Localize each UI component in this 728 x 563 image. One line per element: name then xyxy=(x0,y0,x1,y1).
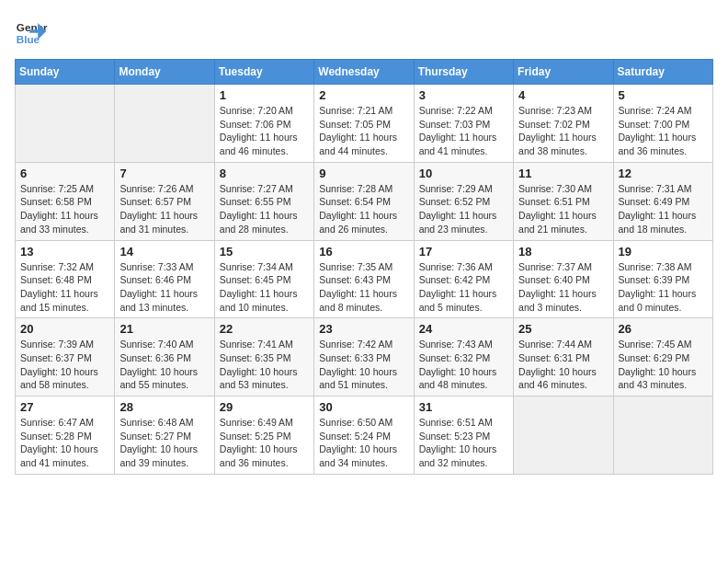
day-info: Sunrise: 7:40 AMSunset: 6:36 PMDaylight:… xyxy=(119,338,209,392)
day-info: Sunrise: 7:28 AMSunset: 6:54 PMDaylight:… xyxy=(319,182,408,236)
day-number: 8 xyxy=(220,167,309,180)
calendar-cell xyxy=(514,396,613,475)
calendar-cell: 12Sunrise: 7:31 AMSunset: 6:49 PMDayligh… xyxy=(613,162,712,240)
logo-icon: General Blue xyxy=(15,15,48,48)
day-info: Sunrise: 7:32 AMSunset: 6:48 PMDaylight:… xyxy=(20,260,109,315)
weekday-header-row: SundayMondayTuesdayWednesdayThursdayFrid… xyxy=(16,60,713,85)
day-number: 24 xyxy=(419,322,508,336)
day-info: Sunrise: 7:37 AMSunset: 6:40 PMDaylight:… xyxy=(518,260,608,315)
day-info: Sunrise: 7:38 AMSunset: 6:39 PMDaylight:… xyxy=(619,260,708,315)
calendar-cell: 30Sunrise: 6:50 AMSunset: 5:24 PMDayligh… xyxy=(314,396,414,475)
day-info: Sunrise: 7:21 AMSunset: 7:05 PMDaylight:… xyxy=(319,104,408,158)
calendar-week-row: 6Sunrise: 7:25 AMSunset: 6:58 PMDaylight… xyxy=(16,162,713,240)
day-number: 16 xyxy=(319,245,408,259)
calendar-cell: 23Sunrise: 7:42 AMSunset: 6:33 PMDayligh… xyxy=(314,318,414,396)
day-number: 1 xyxy=(220,88,309,102)
day-info: Sunrise: 7:26 AMSunset: 6:57 PMDaylight:… xyxy=(119,182,209,236)
calendar-cell: 25Sunrise: 7:44 AMSunset: 6:31 PMDayligh… xyxy=(514,318,613,396)
calendar-cell: 31Sunrise: 6:51 AMSunset: 5:23 PMDayligh… xyxy=(414,396,513,475)
page-header: General Blue xyxy=(15,15,713,48)
calendar-cell: 3Sunrise: 7:22 AMSunset: 7:03 PMDaylight… xyxy=(414,85,513,163)
calendar-cell: 24Sunrise: 7:43 AMSunset: 6:32 PMDayligh… xyxy=(414,318,513,396)
calendar-week-row: 20Sunrise: 7:39 AMSunset: 6:37 PMDayligh… xyxy=(16,318,713,396)
calendar-week-row: 1Sunrise: 7:20 AMSunset: 7:06 PMDaylight… xyxy=(16,85,713,163)
calendar-cell: 7Sunrise: 7:26 AMSunset: 6:57 PMDaylight… xyxy=(115,162,214,240)
calendar-cell: 4Sunrise: 7:23 AMSunset: 7:02 PMDaylight… xyxy=(514,85,613,163)
day-number: 21 xyxy=(119,322,209,336)
calendar-cell: 29Sunrise: 6:49 AMSunset: 5:25 PMDayligh… xyxy=(214,396,313,475)
day-number: 15 xyxy=(220,245,309,259)
day-info: Sunrise: 6:51 AMSunset: 5:23 PMDaylight:… xyxy=(419,416,508,470)
day-info: Sunrise: 6:48 AMSunset: 5:27 PMDaylight:… xyxy=(119,416,209,470)
calendar-cell: 1Sunrise: 7:20 AMSunset: 7:06 PMDaylight… xyxy=(214,85,313,163)
day-number: 2 xyxy=(319,88,408,102)
calendar-cell: 16Sunrise: 7:35 AMSunset: 6:43 PMDayligh… xyxy=(314,240,414,318)
calendar-cell: 2Sunrise: 7:21 AMSunset: 7:05 PMDaylight… xyxy=(314,85,414,163)
calendar-cell: 5Sunrise: 7:24 AMSunset: 7:00 PMDaylight… xyxy=(613,85,712,163)
day-number: 13 xyxy=(20,245,109,259)
day-number: 5 xyxy=(619,88,708,102)
day-info: Sunrise: 7:31 AMSunset: 6:49 PMDaylight:… xyxy=(619,182,708,236)
day-info: Sunrise: 7:24 AMSunset: 7:00 PMDaylight:… xyxy=(619,104,708,158)
day-number: 25 xyxy=(518,322,608,336)
day-info: Sunrise: 6:50 AMSunset: 5:24 PMDaylight:… xyxy=(319,416,408,470)
calendar-week-row: 27Sunrise: 6:47 AMSunset: 5:28 PMDayligh… xyxy=(16,396,713,475)
calendar-cell: 15Sunrise: 7:34 AMSunset: 6:45 PMDayligh… xyxy=(214,240,313,318)
day-info: Sunrise: 7:27 AMSunset: 6:55 PMDaylight:… xyxy=(220,182,309,236)
day-info: Sunrise: 7:22 AMSunset: 7:03 PMDaylight:… xyxy=(419,104,508,158)
calendar-cell xyxy=(16,85,115,163)
calendar-cell: 22Sunrise: 7:41 AMSunset: 6:35 PMDayligh… xyxy=(214,318,313,396)
day-number: 31 xyxy=(419,400,508,414)
day-info: Sunrise: 7:43 AMSunset: 6:32 PMDaylight:… xyxy=(419,338,508,392)
weekday-header: Monday xyxy=(115,60,214,85)
day-info: Sunrise: 7:34 AMSunset: 6:45 PMDaylight:… xyxy=(220,260,309,315)
calendar-cell: 9Sunrise: 7:28 AMSunset: 6:54 PMDaylight… xyxy=(314,162,414,240)
weekday-header: Wednesday xyxy=(314,60,414,85)
calendar-cell: 10Sunrise: 7:29 AMSunset: 6:52 PMDayligh… xyxy=(414,162,513,240)
weekday-header: Saturday xyxy=(613,60,712,85)
day-info: Sunrise: 7:29 AMSunset: 6:52 PMDaylight:… xyxy=(419,182,508,236)
calendar-cell: 11Sunrise: 7:30 AMSunset: 6:51 PMDayligh… xyxy=(514,162,613,240)
day-number: 10 xyxy=(419,167,508,180)
calendar-cell: 26Sunrise: 7:45 AMSunset: 6:29 PMDayligh… xyxy=(613,318,712,396)
calendar-cell: 28Sunrise: 6:48 AMSunset: 5:27 PMDayligh… xyxy=(115,396,214,475)
weekday-header: Sunday xyxy=(16,60,115,85)
day-info: Sunrise: 6:47 AMSunset: 5:28 PMDaylight:… xyxy=(20,416,109,470)
day-number: 28 xyxy=(119,400,209,414)
day-info: Sunrise: 7:42 AMSunset: 6:33 PMDaylight:… xyxy=(319,338,408,392)
calendar-week-row: 13Sunrise: 7:32 AMSunset: 6:48 PMDayligh… xyxy=(16,240,713,318)
calendar-cell: 18Sunrise: 7:37 AMSunset: 6:40 PMDayligh… xyxy=(514,240,613,318)
logo: General Blue xyxy=(15,15,48,48)
day-info: Sunrise: 7:35 AMSunset: 6:43 PMDaylight:… xyxy=(319,260,408,315)
day-number: 6 xyxy=(20,167,109,180)
calendar-cell: 19Sunrise: 7:38 AMSunset: 6:39 PMDayligh… xyxy=(613,240,712,318)
day-info: Sunrise: 6:49 AMSunset: 5:25 PMDaylight:… xyxy=(220,416,309,470)
day-info: Sunrise: 7:45 AMSunset: 6:29 PMDaylight:… xyxy=(619,338,708,392)
day-number: 30 xyxy=(319,400,408,414)
day-number: 27 xyxy=(20,400,109,414)
calendar-table: SundayMondayTuesdayWednesdayThursdayFrid… xyxy=(15,59,713,475)
day-info: Sunrise: 7:41 AMSunset: 6:35 PMDaylight:… xyxy=(220,338,309,392)
day-number: 7 xyxy=(119,167,209,180)
day-number: 20 xyxy=(20,322,109,336)
day-number: 26 xyxy=(619,322,708,336)
calendar-cell: 27Sunrise: 6:47 AMSunset: 5:28 PMDayligh… xyxy=(16,396,115,475)
day-number: 23 xyxy=(319,322,408,336)
weekday-header: Tuesday xyxy=(214,60,313,85)
calendar-cell: 8Sunrise: 7:27 AMSunset: 6:55 PMDaylight… xyxy=(214,162,313,240)
day-info: Sunrise: 7:33 AMSunset: 6:46 PMDaylight:… xyxy=(119,260,209,315)
day-number: 19 xyxy=(619,245,708,259)
calendar-cell: 21Sunrise: 7:40 AMSunset: 6:36 PMDayligh… xyxy=(115,318,214,396)
day-number: 3 xyxy=(419,88,508,102)
calendar-cell xyxy=(613,396,712,475)
calendar-cell: 20Sunrise: 7:39 AMSunset: 6:37 PMDayligh… xyxy=(16,318,115,396)
day-info: Sunrise: 7:30 AMSunset: 6:51 PMDaylight:… xyxy=(518,182,608,236)
weekday-header: Thursday xyxy=(414,60,513,85)
day-number: 9 xyxy=(319,167,408,180)
day-number: 17 xyxy=(419,245,508,259)
day-number: 14 xyxy=(119,245,209,259)
day-info: Sunrise: 7:23 AMSunset: 7:02 PMDaylight:… xyxy=(518,104,608,158)
weekday-header: Friday xyxy=(514,60,613,85)
day-number: 29 xyxy=(220,400,309,414)
day-number: 22 xyxy=(220,322,309,336)
